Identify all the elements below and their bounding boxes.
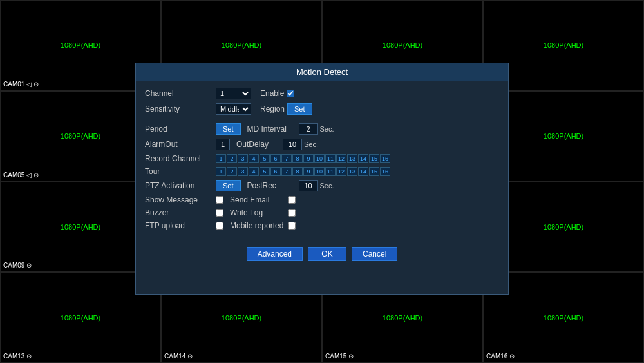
ftp-row: FTP upload Mobile reported: [145, 221, 499, 230]
ptz-set-button[interactable]: Set: [216, 180, 241, 191]
cam13-resolution: 1080P(AHD): [61, 314, 100, 322]
record-channel-label: Record Channel: [145, 154, 216, 163]
channel-btn-16[interactable]: 16: [380, 167, 390, 176]
channel-btn-1[interactable]: 1: [216, 154, 226, 163]
cam14-label: CAM14 ⊙: [164, 353, 193, 360]
channel-btn-10[interactable]: 10: [314, 154, 325, 163]
cam1-label: CAM01 ◁ ⊙: [3, 81, 39, 88]
send-email-label: Send Email: [230, 195, 288, 204]
channel-btn-6[interactable]: 6: [270, 167, 281, 176]
sensitivity-select[interactable]: Middle Low High: [216, 103, 251, 115]
channel-btn-13[interactable]: 13: [347, 154, 357, 163]
ptz-row: PTZ Activation Set PostRec Sec.: [145, 180, 499, 191]
alarmout-input[interactable]: [216, 139, 230, 150]
enable-label: Enable: [260, 89, 284, 98]
ftp-upload-label: FTP upload: [145, 221, 216, 230]
record-channel-numbers-1: 12345678910111213141516: [216, 154, 390, 163]
channel-btn-11[interactable]: 11: [325, 154, 336, 163]
cam2-resolution: 1080P(AHD): [222, 41, 261, 49]
channel-btn-16[interactable]: 16: [380, 154, 390, 163]
channel-btn-8[interactable]: 8: [292, 167, 303, 176]
md-sec-label: Sec.: [320, 125, 334, 133]
motion-detect-dialog: Motion Detect Channel 1 Enable Sensitivi…: [135, 63, 509, 295]
channel-btn-5[interactable]: 5: [260, 154, 270, 163]
channel-btn-12[interactable]: 12: [336, 154, 346, 163]
advanced-button[interactable]: Advanced: [247, 247, 303, 261]
send-email-checkbox[interactable]: [288, 196, 296, 204]
dialog-title: Motion Detect: [136, 63, 508, 81]
channel-btn-10[interactable]: 10: [314, 167, 325, 176]
channel-btn-13[interactable]: 13: [347, 167, 357, 176]
channel-btn-4[interactable]: 4: [249, 167, 259, 176]
ptz-activation-label: PTZ Activation: [145, 181, 216, 190]
mobile-reported-checkbox[interactable]: [288, 222, 296, 230]
record-channel-row: Record Channel 12345678910111213141516: [145, 154, 499, 163]
cam5-label: CAM05 ◁ ⊙: [3, 172, 39, 179]
channel-btn-6[interactable]: 6: [270, 154, 281, 163]
channel-btn-15[interactable]: 15: [369, 154, 379, 163]
channel-btn-11[interactable]: 11: [325, 167, 336, 176]
dialog-footer: Advanced OK Cancel: [136, 240, 508, 269]
channel-btn-3[interactable]: 3: [238, 154, 248, 163]
region-set-button[interactable]: Set: [287, 103, 312, 115]
show-message-checkbox[interactable]: [216, 196, 223, 204]
tour-label: Tour: [145, 167, 216, 176]
cam1-resolution: 1080P(AHD): [61, 41, 100, 49]
cam14-resolution: 1080P(AHD): [222, 314, 261, 322]
tour-channel-numbers: 12345678910111213141516: [216, 167, 390, 176]
cam13-label: CAM13 ⊙: [3, 353, 32, 360]
channel-btn-4[interactable]: 4: [249, 154, 259, 163]
postrec-sec-label: Sec.: [320, 182, 334, 190]
channel-btn-7[interactable]: 7: [281, 167, 292, 176]
region-label: Region: [260, 104, 285, 113]
channel-btn-7[interactable]: 7: [281, 154, 292, 163]
show-message-row: Show Message Send Email: [145, 195, 499, 204]
ok-button[interactable]: OK: [308, 247, 346, 261]
cam15-resolution: 1080P(AHD): [383, 314, 422, 322]
period-label: Period: [145, 124, 216, 133]
sensitivity-label: Sensitivity: [145, 104, 216, 113]
cam8-resolution: 1080P(AHD): [544, 132, 583, 140]
cam5-resolution: 1080P(AHD): [61, 132, 100, 140]
channel-btn-8[interactable]: 8: [292, 154, 303, 163]
channel-btn-2[interactable]: 2: [227, 167, 237, 176]
channel-btn-14[interactable]: 14: [358, 167, 368, 176]
postrec-input[interactable]: [299, 180, 318, 191]
channel-btn-1[interactable]: 1: [216, 167, 226, 176]
mobile-reported-label: Mobile reported: [230, 221, 288, 230]
period-row: Period Set MD Interval Sec.: [145, 123, 499, 135]
alarmout-row: AlarmOut OutDelay Sec.: [145, 139, 499, 150]
channel-btn-14[interactable]: 14: [358, 154, 368, 163]
cam16-resolution: 1080P(AHD): [544, 314, 583, 322]
outdelay-sec-label: Sec.: [304, 141, 318, 148]
channel-btn-12[interactable]: 12: [336, 167, 346, 176]
md-interval-label: MD Interval: [247, 124, 299, 133]
write-log-label: Write Log: [230, 208, 288, 217]
show-message-label: Show Message: [145, 195, 216, 204]
ftp-upload-checkbox[interactable]: [216, 222, 223, 230]
channel-label: Channel: [145, 89, 216, 98]
cam4-resolution: 1080P(AHD): [544, 41, 583, 49]
cam16-label: CAM16 ⊙: [486, 353, 515, 360]
enable-checkbox[interactable]: [287, 90, 294, 97]
channel-btn-15[interactable]: 15: [369, 167, 379, 176]
outdelay-input[interactable]: [283, 139, 302, 150]
cam3-resolution: 1080P(AHD): [383, 41, 422, 49]
channel-btn-3[interactable]: 3: [238, 167, 248, 176]
period-set-button[interactable]: Set: [216, 123, 241, 135]
write-log-checkbox[interactable]: [288, 209, 296, 217]
channel-btn-9[interactable]: 9: [303, 167, 314, 176]
alarmout-label: AlarmOut: [145, 140, 216, 149]
cancel-button[interactable]: Cancel: [352, 247, 397, 261]
buzzer-checkbox[interactable]: [216, 209, 223, 217]
sensitivity-row: Sensitivity Middle Low High Region Set: [145, 103, 499, 115]
cam9-label: CAM09 ⊙: [3, 262, 32, 269]
channel-btn-9[interactable]: 9: [303, 154, 314, 163]
buzzer-label: Buzzer: [145, 208, 216, 217]
dialog-content: Channel 1 Enable Sensitivity Middle Low …: [136, 81, 508, 240]
channel-btn-5[interactable]: 5: [260, 167, 270, 176]
channel-row: Channel 1 Enable: [145, 88, 499, 99]
channel-select[interactable]: 1: [216, 88, 251, 99]
md-interval-input[interactable]: [299, 123, 318, 135]
channel-btn-2[interactable]: 2: [227, 154, 237, 163]
